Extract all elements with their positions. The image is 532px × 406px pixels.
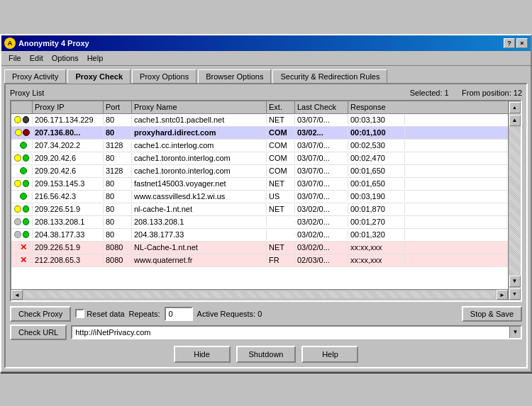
tabs-area: Proxy Activity Proxy Check Proxy Options… bbox=[1, 66, 531, 83]
row-name: cache1.cc.interlog.com bbox=[132, 140, 267, 150]
menu-edit[interactable]: Edit bbox=[26, 52, 48, 64]
table-row[interactable]: 209.226.51.9 80 nl-cache-1.nt.net NET 03… bbox=[11, 203, 521, 216]
row-lastcheck: 03/02... bbox=[295, 128, 348, 137]
scroll-down-btn[interactable]: ▼ bbox=[509, 276, 521, 287]
from-position-label: From position: 12 bbox=[462, 89, 522, 97]
menu-options[interactable]: Options bbox=[48, 52, 83, 64]
scroll-top-btn[interactable]: ▲ bbox=[509, 102, 521, 113]
table-scroll[interactable]: 206.171.134.229 80 cache1.sntc01.pacbell… bbox=[11, 114, 521, 300]
url-input[interactable] bbox=[72, 327, 509, 338]
reset-data-label: Reset data bbox=[75, 309, 124, 318]
row-ip: 206.171.134.229 bbox=[33, 115, 104, 125]
row-status bbox=[11, 218, 33, 226]
col-port-header[interactable]: Port bbox=[104, 101, 132, 113]
scroll-right-btn[interactable]: ► bbox=[497, 290, 508, 300]
col-name-header[interactable]: Proxy Name bbox=[132, 101, 267, 113]
menu-bar: File Edit Options Help bbox=[1, 51, 531, 66]
shutdown-button[interactable]: Shutdown bbox=[236, 346, 297, 363]
row-name: 204.38.177.33 bbox=[132, 230, 267, 239]
menu-file[interactable]: File bbox=[4, 52, 26, 64]
stop-save-button[interactable]: Stop & Save bbox=[462, 306, 522, 322]
table-row[interactable]: 209.20.42.6 80 cache1.toronto.interlog.c… bbox=[11, 152, 521, 165]
row-port: 8080 bbox=[104, 242, 132, 252]
row-ext: NET bbox=[267, 204, 295, 214]
reset-data-checkbox[interactable] bbox=[75, 309, 84, 318]
table-row[interactable]: 204.38.177.33 80 204.38.177.33 03/02/0..… bbox=[11, 229, 521, 242]
row-lastcheck: 03/02/0... bbox=[295, 204, 348, 214]
scroll-bottom-btn[interactable]: ▼ bbox=[509, 288, 521, 300]
row-status: ✕ bbox=[11, 255, 33, 265]
dot-yellow-icon bbox=[14, 180, 21, 187]
row-status bbox=[11, 179, 33, 188]
tab-proxy-check[interactable]: Proxy Check bbox=[67, 69, 131, 84]
reset-data-text: Reset data bbox=[87, 310, 124, 318]
row-response: 00:01,320 bbox=[348, 230, 405, 239]
row-name: www.cassvillesd.k12.wi.us bbox=[132, 191, 267, 201]
menu-help[interactable]: Help bbox=[83, 52, 108, 64]
col-ip-header[interactable]: Proxy IP bbox=[33, 101, 104, 113]
row-port: 80 bbox=[104, 128, 132, 137]
row-name: cache1.toronto.interlog.com bbox=[132, 153, 267, 163]
tab-proxy-options[interactable]: Proxy Options bbox=[132, 69, 196, 84]
dot-green-icon bbox=[23, 218, 30, 225]
row-lastcheck: 03/07/0... bbox=[295, 140, 348, 150]
col-status-header bbox=[11, 101, 33, 113]
table-row[interactable]: 209.20.42.6 3128 cache1.toronto.interlog… bbox=[11, 165, 521, 178]
help-footer-button[interactable]: Help bbox=[301, 346, 358, 363]
vertical-scrollbar[interactable]: ▲ ▲ ▼ ▼ bbox=[508, 101, 521, 300]
window-title: Anonymity 4 Proxy bbox=[18, 39, 89, 47]
tab-proxy-activity[interactable]: Proxy Activity bbox=[4, 69, 66, 84]
control-row-2: Check URL ▼ bbox=[10, 325, 522, 340]
help-button[interactable]: ? bbox=[504, 38, 515, 48]
dot-yellow-icon bbox=[15, 129, 22, 136]
col-response-header[interactable]: Response bbox=[348, 101, 405, 113]
row-response: 00:01,100 bbox=[348, 128, 405, 137]
dot-yellow-icon bbox=[14, 205, 21, 213]
hide-button[interactable]: Hide bbox=[174, 346, 231, 363]
row-name: fastnet145003.voyager.net bbox=[132, 179, 267, 188]
check-url-button[interactable]: Check URL bbox=[10, 325, 67, 340]
table-row[interactable]: 207.34.202.2 3128 cache1.cc.interlog.com… bbox=[11, 140, 521, 152]
proxy-table: Proxy IP Port Proxy Name Ext. Last Check… bbox=[10, 100, 522, 302]
row-response: 00:01,650 bbox=[348, 166, 405, 176]
table-row[interactable]: 209.153.145.3 80 fastnet145003.voyager.n… bbox=[11, 178, 521, 191]
row-lastcheck: 03/07/0... bbox=[295, 191, 348, 201]
main-window: A Anonymity 4 Proxy ? × File Edit Option… bbox=[0, 34, 532, 373]
col-lastcheck-header[interactable]: Last Check bbox=[295, 101, 348, 113]
row-lastcheck: 02/03/0... bbox=[295, 255, 348, 265]
table-row[interactable]: 216.56.42.3 80 www.cassvillesd.k12.wi.us… bbox=[11, 191, 521, 203]
table-row[interactable]: 207.136.80... 80 proxyhard.idirect.com C… bbox=[11, 127, 521, 140]
url-dropdown-arrow[interactable]: ▼ bbox=[509, 327, 521, 338]
row-response: 00:03,130 bbox=[348, 115, 405, 125]
row-lastcheck: 03/02/0... bbox=[295, 217, 348, 227]
row-lastcheck: 03/07/0... bbox=[295, 153, 348, 163]
table-row[interactable]: 206.171.134.229 80 cache1.sntc01.pacbell… bbox=[11, 114, 521, 127]
check-proxy-button[interactable]: Check Proxy bbox=[10, 306, 71, 322]
row-response: xx:xx,xxx bbox=[348, 242, 405, 252]
table-row[interactable]: ✕ 212.208.65.3 8080 www.quaternet.fr FR … bbox=[11, 254, 521, 267]
dot-green-icon bbox=[23, 154, 30, 162]
tab-browser-options[interactable]: Browser Options bbox=[198, 69, 271, 84]
repeats-label: Repeats: bbox=[129, 310, 160, 318]
row-ext: COM bbox=[267, 128, 295, 137]
table-row[interactable]: ✕ 209.226.51.9 8080 NL-Cache-1.nt.net NE… bbox=[11, 242, 521, 254]
col-ext-header[interactable]: Ext. bbox=[267, 101, 295, 113]
scroll-up-btn[interactable]: ▲ bbox=[509, 115, 521, 126]
dot-green-icon bbox=[20, 193, 27, 200]
active-requests-label: Active Requests: 0 bbox=[197, 310, 262, 318]
proxy-header: Proxy List Selected: 1 From position: 12 bbox=[10, 89, 522, 97]
app-icon: A bbox=[4, 38, 16, 49]
selected-info: Selected: 1 From position: 12 bbox=[410, 89, 522, 97]
selected-label: Selected: 1 bbox=[410, 89, 449, 97]
row-lastcheck: 03/02/0... bbox=[295, 242, 348, 252]
control-row-1: Check Proxy Reset data Repeats: Active R… bbox=[10, 306, 522, 322]
tab-security-rules[interactable]: Security & Redirection Rules bbox=[272, 69, 387, 84]
scroll-left-btn[interactable]: ◄ bbox=[11, 290, 23, 300]
repeats-input[interactable] bbox=[165, 307, 193, 321]
row-port: 3128 bbox=[104, 140, 132, 150]
table-row[interactable]: 208.133.208.1 80 208.133.208.1 03/02/0..… bbox=[11, 216, 521, 229]
proxy-list-label: Proxy List bbox=[10, 89, 44, 97]
close-button[interactable]: × bbox=[516, 38, 528, 48]
dot-yellow-icon bbox=[14, 154, 21, 162]
row-ext: FR bbox=[267, 255, 295, 265]
